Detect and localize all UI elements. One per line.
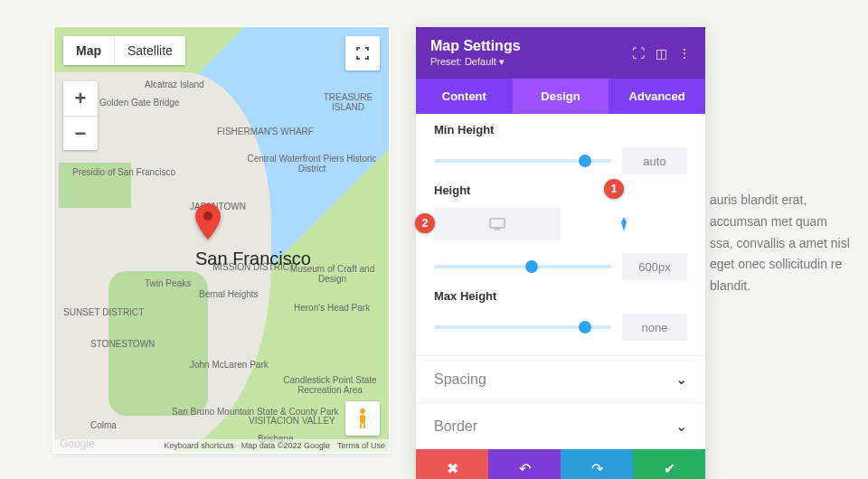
expand-icon[interactable]: ⛶	[632, 46, 645, 61]
map-place-label: FISHERMAN'S WHARF	[217, 127, 314, 136]
annotation-1: 1	[604, 179, 624, 199]
svg-rect-4	[363, 424, 365, 428]
map-settings-panel: Map Settings Preset: Default ▾ ⛶ ◫ ⋮ Con…	[416, 27, 705, 479]
max-height-field: Max Height	[434, 289, 687, 341]
map-place-label: VISITACION VALLEY	[249, 416, 335, 426]
map-type-satellite[interactable]: Satellite	[114, 36, 185, 65]
tab-design[interactable]: Design	[513, 79, 609, 114]
zoom-in-button[interactable]: +	[63, 81, 98, 116]
height-input[interactable]	[622, 253, 687, 280]
zoom-control: + −	[63, 81, 98, 150]
min-height-slider[interactable]	[434, 159, 611, 163]
redo-icon: ↷	[591, 460, 603, 477]
chevron-down-icon: ⌄	[675, 418, 687, 435]
map-widget: Map Satellite + − Alcatraz Island TREASU…	[54, 27, 389, 452]
map-place-label: TREASURE ISLAND	[307, 92, 389, 112]
height-slider[interactable]	[434, 265, 611, 268]
close-icon: ✖	[447, 460, 458, 477]
pin-icon	[618, 217, 629, 231]
map-place-label: STONESTOWN	[90, 339, 155, 349]
max-height-slider[interactable]	[434, 325, 611, 329]
close-button[interactable]: ✖	[416, 449, 488, 479]
fullscreen-button[interactable]	[345, 36, 380, 70]
city-label: San Francisco	[195, 249, 311, 269]
drag-icon[interactable]: ◫	[656, 46, 667, 61]
map-place-label: Colma	[90, 420, 117, 430]
map-type-map[interactable]: Map	[63, 36, 114, 65]
map-place-label: Bernal Heights	[199, 289, 259, 299]
tab-content[interactable]: Content	[416, 79, 513, 114]
chevron-down-icon: ⌄	[675, 371, 687, 388]
check-icon: ✔	[664, 460, 675, 477]
map-place-label: Presidio of San Francisco	[72, 167, 175, 177]
panel-header-actions: ⛶ ◫ ⋮	[632, 46, 691, 61]
svg-point-1	[360, 409, 365, 414]
annotation-2: 2	[415, 213, 435, 233]
max-height-label: Max Height	[434, 289, 687, 303]
desktop-tab[interactable]	[434, 208, 561, 240]
desktop-icon	[489, 218, 505, 230]
min-height-field: Min Height	[434, 123, 687, 174]
terms-link[interactable]: Terms of Use	[337, 441, 385, 450]
map-place-label: Heron's Head Park	[294, 303, 370, 313]
map-marker-icon[interactable]	[195, 203, 221, 243]
keyboard-shortcuts-link[interactable]: Keyboard shortcuts	[164, 441, 234, 450]
pegman-icon	[355, 408, 370, 429]
pegman-button[interactable]	[345, 401, 380, 436]
panel-title: Map Settings	[430, 38, 521, 54]
background-lorem-text: auris blandit erat, accumsan met quam ss…	[710, 190, 850, 297]
map-place-label: John McLaren Park	[190, 360, 269, 370]
svg-point-0	[203, 211, 212, 221]
panel-tabs: Content Design Advanced	[416, 79, 705, 114]
border-accordion[interactable]: Border ⌄	[416, 402, 705, 449]
undo-button[interactable]: ↶	[488, 449, 561, 479]
min-height-input[interactable]	[622, 147, 687, 174]
height-field: Height	[434, 183, 687, 280]
svg-rect-5	[490, 219, 505, 228]
min-height-label: Min Height	[434, 123, 687, 136]
map-data-label: Map data ©2022 Google	[241, 441, 330, 450]
spacing-accordion[interactable]: Spacing ⌄	[416, 355, 705, 402]
max-height-input[interactable]	[622, 314, 687, 341]
panel-body: Min Height Height Max Height	[416, 114, 705, 355]
svg-rect-3	[360, 424, 362, 428]
map-type-control: Map Satellite	[63, 36, 185, 65]
svg-rect-2	[360, 415, 365, 424]
panel-header: Map Settings Preset: Default ▾ ⛶ ◫ ⋮	[416, 27, 705, 79]
map-place-label: Golden Gate Bridge	[99, 98, 179, 108]
border-label: Border	[434, 418, 477, 435]
preset-selector[interactable]: Preset: Default ▾	[430, 56, 521, 68]
zoom-out-button[interactable]: −	[63, 116, 98, 150]
hover-tab[interactable]	[561, 208, 687, 240]
height-label: Height	[434, 183, 687, 197]
redo-button[interactable]: ↷	[561, 449, 633, 479]
map-footer: Keyboard shortcuts Map data ©2022 Google…	[54, 439, 389, 452]
svg-rect-6	[495, 229, 500, 230]
undo-icon: ↶	[519, 460, 531, 477]
map-place-label: SUNSET DISTRICT	[63, 307, 144, 317]
map-place-label: Candlestick Point State Recreation Area	[271, 375, 389, 395]
fullscreen-icon	[356, 47, 369, 60]
spacing-label: Spacing	[434, 371, 486, 388]
map-place-label: Alcatraz Island	[145, 80, 204, 89]
menu-icon[interactable]: ⋮	[678, 46, 691, 61]
save-button[interactable]: ✔	[633, 449, 705, 479]
map-place-label: Central Waterfront Piers Historic Distri…	[235, 154, 389, 174]
responsive-tabs	[434, 208, 687, 240]
panel-action-bar: ✖ ↶ ↷ ✔	[416, 449, 705, 479]
tab-advanced[interactable]: Advanced	[609, 79, 705, 114]
map-place-label: Twin Peaks	[145, 278, 191, 288]
